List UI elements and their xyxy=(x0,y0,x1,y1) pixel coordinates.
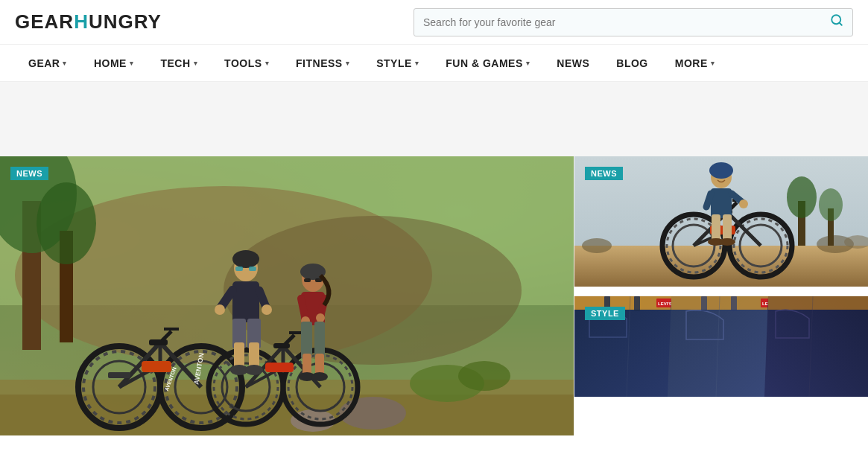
bottom-right-category-badge: STYLE xyxy=(585,307,625,320)
chevron-down-icon: ▾ xyxy=(711,60,715,67)
nav-item-blog[interactable]: BLOG xyxy=(603,45,661,81)
ad-banner xyxy=(0,82,868,156)
svg-rect-106 xyxy=(712,214,720,240)
svg-rect-121 xyxy=(768,296,868,310)
site-logo[interactable]: GEARHUNGRY xyxy=(15,10,162,33)
logo-gear: GEAR xyxy=(15,10,74,33)
svg-point-47 xyxy=(232,250,259,268)
svg-rect-29 xyxy=(142,361,171,372)
main-nav: GEAR ▾ HOME ▾ TECH ▾ TOOLS ▾ FITNESS ▾ S… xyxy=(0,45,868,82)
svg-rect-45 xyxy=(265,363,294,372)
search-icon xyxy=(830,13,843,27)
svg-line-105 xyxy=(706,194,711,207)
svg-point-109 xyxy=(719,238,735,246)
header: GEARHUNGRY xyxy=(0,0,868,45)
svg-line-1 xyxy=(839,22,841,25)
chevron-down-icon: ▾ xyxy=(130,60,134,67)
svg-point-85 xyxy=(819,188,843,221)
chevron-down-icon: ▾ xyxy=(265,60,270,67)
search-input[interactable] xyxy=(414,16,821,28)
svg-point-5 xyxy=(224,216,522,365)
svg-text:LEVI'S: LEVI'S xyxy=(658,301,672,306)
svg-point-69 xyxy=(316,313,325,322)
svg-point-75 xyxy=(311,372,328,381)
svg-rect-107 xyxy=(723,214,732,240)
nav-item-more[interactable]: MORE ▾ xyxy=(662,45,729,81)
svg-point-15 xyxy=(458,361,510,391)
nav-item-tools[interactable]: TOOLS ▾ xyxy=(211,45,282,81)
right-column: NEWS xyxy=(574,156,868,435)
svg-rect-58 xyxy=(249,342,259,368)
chevron-down-icon: ▾ xyxy=(526,60,530,67)
nav-item-style[interactable]: STYLE ▾ xyxy=(363,45,432,81)
chevron-down-icon: ▾ xyxy=(346,60,350,67)
svg-rect-119 xyxy=(701,296,707,311)
svg-point-104 xyxy=(739,200,748,208)
search-button[interactable] xyxy=(821,13,852,31)
main-article-category-badge: NEWS xyxy=(10,167,48,180)
top-right-article[interactable]: NEWS xyxy=(574,156,868,296)
chevron-down-icon: ▾ xyxy=(415,60,419,67)
nav-item-fitness[interactable]: FITNESS ▾ xyxy=(282,45,363,81)
svg-rect-78 xyxy=(574,246,868,287)
svg-point-54 xyxy=(262,304,272,315)
content-grid: NEWS xyxy=(0,156,868,435)
svg-rect-70 xyxy=(301,322,312,359)
nav-item-home[interactable]: HOME ▾ xyxy=(80,45,148,81)
svg-rect-57 xyxy=(234,342,244,368)
svg-point-101 xyxy=(709,162,733,179)
svg-rect-63 xyxy=(304,278,311,282)
svg-rect-49 xyxy=(249,266,256,271)
svg-rect-48 xyxy=(235,266,243,271)
svg-rect-71 xyxy=(314,322,325,359)
main-article[interactable]: NEWS xyxy=(0,156,574,435)
svg-rect-50 xyxy=(232,281,259,322)
bottom-right-article[interactable]: STYLE xyxy=(574,296,868,435)
svg-rect-120 xyxy=(731,296,737,311)
top-right-category-badge: NEWS xyxy=(585,167,623,180)
svg-point-83 xyxy=(787,176,817,218)
svg-point-60 xyxy=(245,365,263,375)
nav-item-tech[interactable]: TECH ▾ xyxy=(147,45,211,81)
svg-rect-44 xyxy=(273,343,290,348)
logo-h: H xyxy=(74,10,89,33)
top-right-article-text: Aventon E-Bikes: The Gift That Gets You … xyxy=(574,287,868,296)
svg-point-9 xyxy=(37,182,96,264)
nav-item-fun-games[interactable]: FUN & GAMES ▾ xyxy=(432,45,543,81)
nav-item-news[interactable]: NEWS xyxy=(543,45,603,81)
main-article-illustration: AVENTON xyxy=(0,156,574,435)
chevron-down-icon: ▾ xyxy=(63,60,67,67)
svg-point-13 xyxy=(291,409,335,432)
logo-ungry: UNGRY xyxy=(89,10,162,33)
chevron-down-icon: ▾ xyxy=(194,60,198,67)
search-bar xyxy=(414,8,853,36)
main-article-image: AVENTON xyxy=(0,156,574,435)
svg-rect-30 xyxy=(108,372,130,378)
svg-rect-28 xyxy=(149,339,168,345)
nav-item-gear[interactable]: GEAR ▾ xyxy=(15,45,80,81)
svg-point-53 xyxy=(215,304,225,315)
svg-rect-115 xyxy=(634,296,640,311)
svg-point-79 xyxy=(582,238,612,253)
